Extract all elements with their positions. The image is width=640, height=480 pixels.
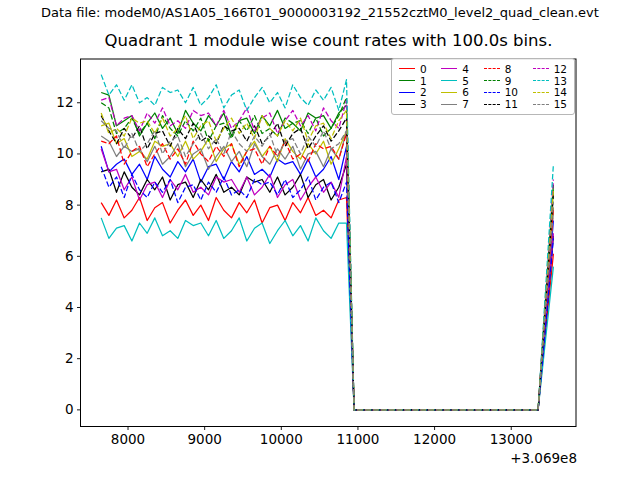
x-tick-label: 12000 [413, 431, 456, 447]
matplotlib-figure: Data file: modeM0/AS1A05_166T01_90000031… [0, 0, 640, 480]
legend-entry-13: 13 [533, 75, 567, 87]
legend-line-sample [441, 104, 457, 105]
y-tick-label: 6 [65, 248, 74, 264]
series-line-10 [101, 167, 553, 410]
legend-entry-8: 8 [484, 63, 518, 75]
legend-line-sample [484, 68, 500, 69]
x-tick-label: 9000 [187, 431, 221, 447]
legend-line-sample [399, 80, 415, 81]
legend-entry-5: 5 [441, 75, 469, 87]
series-line-4 [101, 149, 553, 410]
series-line-2 [101, 146, 553, 410]
legend-label: 15 [554, 99, 567, 110]
legend-label: 14 [554, 87, 567, 98]
legend-label: 4 [462, 64, 469, 75]
y-tick-label: 0 [65, 401, 74, 417]
x-tick-label: 10000 [260, 431, 303, 447]
legend-entry-14: 14 [533, 87, 567, 99]
legend-line-sample [399, 92, 415, 93]
legend-label: 8 [505, 64, 512, 75]
legend-label: 3 [420, 99, 427, 110]
y-tick-label: 8 [65, 197, 74, 213]
y-tick-label: 4 [65, 299, 74, 315]
legend-entry-1: 1 [399, 75, 427, 87]
legend-line-sample [484, 80, 500, 81]
legend-line-sample [484, 104, 500, 105]
legend-entry-9: 9 [484, 75, 518, 87]
legend-line-sample [533, 104, 549, 105]
legend-entry-10: 10 [484, 87, 518, 99]
y-tick-label: 2 [65, 350, 74, 366]
series-line-7 [101, 131, 553, 410]
legend-label: 0 [420, 64, 427, 75]
legend-line-sample [399, 104, 415, 105]
legend-line-sample [533, 80, 549, 81]
y-tick-label: 12 [56, 94, 73, 110]
legend-line-sample [441, 80, 457, 81]
legend-label: 11 [505, 99, 518, 110]
legend-label: 7 [462, 99, 469, 110]
legend-label: 1 [420, 76, 427, 87]
legend-label: 9 [505, 76, 512, 87]
legend-label: 2 [420, 87, 427, 98]
legend-entry-3: 3 [399, 99, 427, 111]
legend-line-sample [484, 92, 500, 93]
legend-line-sample [441, 68, 457, 69]
legend-line-sample [533, 68, 549, 69]
legend-entry-11: 11 [484, 99, 518, 111]
series-line-5 [101, 218, 553, 410]
legend-entry-7: 7 [441, 99, 469, 111]
series-line-0 [101, 198, 553, 410]
legend-label: 5 [462, 76, 469, 87]
x-tick-label: 8000 [111, 431, 145, 447]
y-tick-label: 10 [56, 145, 73, 161]
legend-label: 6 [462, 87, 469, 98]
series-line-11 [101, 116, 553, 410]
legend-label: 12 [554, 64, 567, 75]
legend-line-sample [533, 92, 549, 93]
legend-line-sample [441, 92, 457, 93]
legend-entry-0: 0 [399, 63, 427, 75]
legend-entry-12: 12 [533, 63, 567, 75]
legend-entry-4: 4 [441, 63, 469, 75]
legend-label: 13 [554, 76, 567, 87]
legend-entry-6: 6 [441, 87, 469, 99]
legend-entry-15: 15 [533, 99, 567, 111]
series-line-14 [101, 110, 553, 410]
series-line-13 [101, 75, 553, 410]
series-line-3 [101, 164, 553, 410]
x-axis-offset-label: +3.069e8 [0, 450, 577, 466]
legend: 0123456789101112131415 [391, 58, 575, 115]
legend-label: 10 [505, 87, 518, 98]
x-tick-label: 13000 [490, 431, 533, 447]
series-line-6 [101, 123, 553, 410]
legend-line-sample [399, 68, 415, 69]
legend-entry-2: 2 [399, 87, 427, 99]
x-tick-label: 11000 [336, 431, 379, 447]
